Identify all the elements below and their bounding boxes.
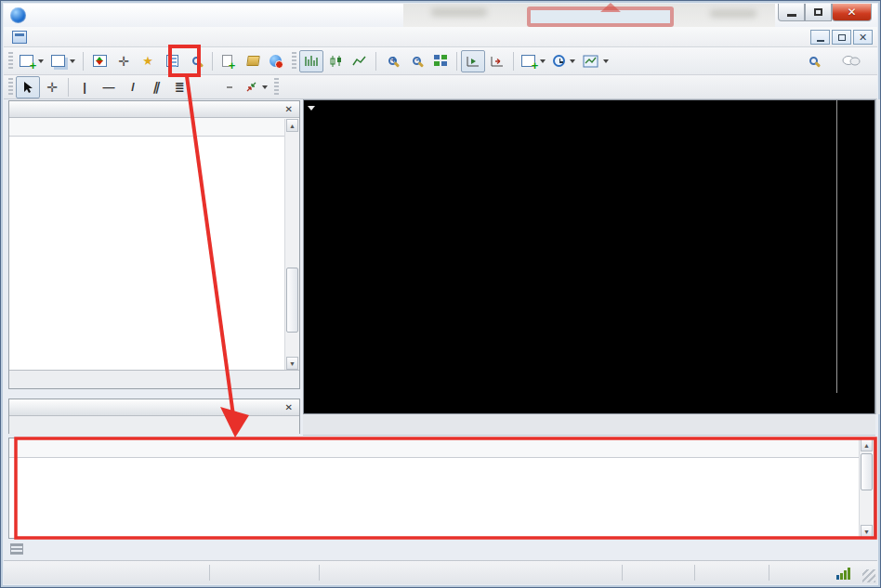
title-bar[interactable]: ✕ [4,4,877,27]
terminal-list-icon [10,543,23,555]
maximize-icon [814,8,822,16]
toolbar-grip[interactable] [292,52,296,71]
templates-icon [583,55,598,68]
horizontal-line-tool-button[interactable]: — [97,76,121,98]
tester-magnifier-icon [192,57,201,65]
standard-toolbar: + ✛ ★ + + - + [4,47,877,75]
chart-window[interactable] [303,99,875,414]
terminal-scrollbar[interactable]: ▲ ▼ [859,438,874,538]
zoom-out-icon: - [413,57,421,65]
text-label-tool-button[interactable] [217,76,242,98]
window-maximize-button[interactable] [805,4,832,21]
mdi-restore-button[interactable] [832,30,851,45]
status-profile-section[interactable] [210,565,320,581]
zoom-in-button[interactable]: + [380,50,404,72]
chevron-down-icon [70,59,75,63]
terminal-tab-bar [8,540,874,557]
annotation-faded-red-arrowhead [600,3,621,12]
price-chart[interactable] [304,100,836,393]
new-order-icon: + [222,55,232,67]
fibonacci-icon: ≣ [175,80,185,94]
mdi-restore-icon [838,34,846,41]
navigator-toggle-button[interactable]: ★ [136,50,160,72]
background-blur-artifact [403,4,775,29]
terminal-toggle-button[interactable] [160,50,184,72]
candlestick-mode-button[interactable] [323,50,348,72]
community-chat-button[interactable] [838,50,864,72]
autotrading-button[interactable] [265,50,289,72]
market-watch-toggle-button[interactable] [87,50,112,72]
chart-collapse-icon[interactable] [308,106,315,111]
vertical-line-tool-button[interactable]: | [72,76,97,98]
scroll-thumb[interactable] [861,453,873,490]
scroll-up-icon[interactable]: ▲ [861,438,873,451]
toolbar-grip[interactable] [8,78,13,97]
mdi-minimize-icon [817,40,824,42]
market-watch-title-bar[interactable]: ✕ [9,101,299,118]
new-chart-icon: + [20,55,33,67]
profiles-icon [51,55,65,67]
chart-profiles-button[interactable] [47,50,79,72]
fibonacci-tool-button[interactable]: ≣ [169,76,193,98]
chat-bubbles-icon [842,55,861,68]
trendline-icon: / [131,80,135,94]
metaeditor-icon [246,56,260,66]
new-order-button[interactable]: + [217,50,241,72]
scroll-down-icon[interactable]: ▼ [861,525,873,538]
zoom-out-button[interactable]: - [404,50,428,72]
status-empty-section [695,565,769,581]
arrows-tool-button[interactable] [242,76,271,98]
auto-scroll-icon [466,55,480,68]
price-axis[interactable] [836,100,875,393]
chart-shift-button[interactable] [485,50,509,72]
cursor-tool-button[interactable] [16,76,40,98]
autotrading-icon [270,55,282,67]
scroll-thumb[interactable] [286,268,298,333]
toolbar-grip[interactable] [274,78,279,97]
chart-tab-bar [303,414,875,436]
search-button[interactable] [801,50,825,72]
bar-chart-mode-button[interactable] [299,50,323,72]
data-window-toggle-button[interactable]: ✛ [112,50,136,72]
mdi-minimize-button[interactable] [810,30,830,45]
market-watch-tabs [9,370,299,388]
minimize-icon [787,14,796,17]
indicators-icon: + [521,55,535,67]
navigator-title-bar[interactable]: ✕ [9,399,299,416]
mt4-application-window: ✕ ✕ + ✛ ★ + + - [0,0,881,588]
chart-vertical-scrollbar[interactable] [875,99,881,414]
market-watch-close-icon[interactable]: ✕ [283,104,296,114]
status-empty-section [623,565,695,581]
channel-icon: ∥ [152,80,159,94]
periods-button[interactable] [549,50,579,72]
scroll-up-icon[interactable]: ▲ [286,119,298,132]
auto-scroll-button[interactable] [461,50,485,72]
zoom-in-icon: + [388,57,397,65]
toolbar-grip[interactable] [8,52,13,71]
tile-windows-button[interactable] [428,50,453,72]
templates-button[interactable] [579,50,612,72]
metaeditor-button[interactable] [241,50,265,72]
app-logo-icon [10,7,26,23]
window-minimize-button[interactable] [778,4,805,21]
line-chart-mode-button[interactable] [348,50,372,72]
mdi-close-button[interactable]: ✕ [853,30,873,45]
menu-bar: ✕ [4,27,877,47]
scroll-down-icon[interactable]: ▼ [286,357,298,370]
indicators-button[interactable]: + [518,50,549,72]
candlestick-icon [328,55,343,68]
resize-grip[interactable] [862,569,875,582]
navigator-close-icon[interactable]: ✕ [283,402,296,412]
text-tool-button[interactable] [193,76,217,98]
strategy-tester-button[interactable] [184,50,208,72]
window-close-button[interactable]: ✕ [832,4,872,21]
equidistant-channel-tool-button[interactable]: ∥ [145,76,169,98]
chart-window-icon [12,31,27,44]
close-icon: ✕ [847,6,856,19]
new-chart-button[interactable]: + [16,50,47,72]
market-watch-scrollbar[interactable]: ▲ ▼ [284,119,299,370]
crosshair-tool-button[interactable]: ✛ [40,76,64,98]
time-axis[interactable] [304,395,836,413]
trendline-tool-button[interactable]: / [121,76,145,98]
crosshair-icon: ✛ [46,82,58,93]
